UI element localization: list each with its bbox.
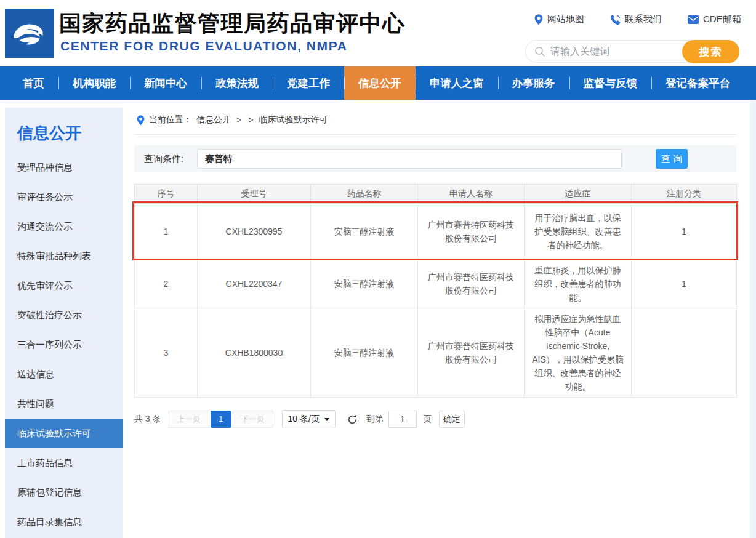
goto-page-label: 到第 xyxy=(366,414,384,425)
right-background-strip xyxy=(750,100,756,538)
next-page-button[interactable]: 下一页 xyxy=(233,411,273,428)
cell-drug-name: 安脑三醇注射液 xyxy=(311,260,418,308)
chevron-down-icon xyxy=(324,418,329,421)
sitemap-link[interactable]: 网站地图 xyxy=(534,14,584,25)
nav-item-home[interactable]: 首页 xyxy=(9,66,58,100)
column-header-indication: 适应症 xyxy=(525,185,632,204)
breadcrumb-section[interactable]: 信息公开 xyxy=(196,114,231,126)
confirm-button[interactable]: 确定 xyxy=(439,411,465,428)
cell-acceptance-no: CXHL2300995 xyxy=(198,204,311,260)
cell-drug-name: 安脑三醇注射液 xyxy=(311,204,418,260)
sidebar-title: 信息公开 xyxy=(5,108,123,153)
phone-icon xyxy=(610,14,621,25)
cell-applicant: 广州市赛普特医药科技股份有限公司 xyxy=(418,260,525,308)
breadcrumb-current: 临床试验默示许可 xyxy=(259,114,328,126)
table-header-row: 序号 受理号 药品名称 申请人名称 适应症 注册分类 xyxy=(135,185,737,204)
cell-registration-class: 1 xyxy=(632,204,737,260)
breadcrumb-prefix: 当前位置： xyxy=(149,114,192,126)
site-header: 国家药品监督管理局药品审评中心 CENTER FOR DRUG EVALUATI… xyxy=(0,0,756,66)
page-size-value: 10 条/页 xyxy=(288,414,320,425)
cell-indication: 重症肺炎，用以保护肺组织，改善患者的肺功能。 xyxy=(525,260,632,308)
cell-indication: 拟用适应症为急性缺血性脑卒中（Acute Ischemic Stroke, AI… xyxy=(525,308,632,398)
nav-item-applicant-window[interactable]: 申请人之窗 xyxy=(416,66,498,100)
contact-us-link[interactable]: 联系我们 xyxy=(610,14,662,25)
header-quick-links: 网站地图 联系我们 CDE邮箱 xyxy=(534,14,741,25)
nav-item-party-building[interactable]: 党建工作 xyxy=(273,66,344,100)
goto-page-input[interactable] xyxy=(388,411,417,428)
breadcrumb-separator: > xyxy=(248,115,253,125)
refresh-button[interactable] xyxy=(347,414,358,425)
sidebar-item-communication[interactable]: 沟通交流公示 xyxy=(5,212,123,241)
sidebar-item-priority-review[interactable]: 优先审评公示 xyxy=(5,271,123,300)
contact-us-link-label: 联系我们 xyxy=(625,14,662,25)
nav-item-functions[interactable]: 机构职能 xyxy=(58,66,130,100)
refresh-icon xyxy=(347,414,358,425)
cell-seq: 2 xyxy=(135,260,198,308)
sidebar-item-special-approval-list[interactable]: 特殊审批品种列表 xyxy=(5,241,123,271)
site-search-button[interactable]: 搜索 xyxy=(682,40,739,63)
results-table-wrapper: 序号 受理号 药品名称 申请人名称 适应症 注册分类 1 CXHL2300995… xyxy=(134,184,736,398)
column-header-applicant: 申请人名称 xyxy=(418,185,525,204)
previous-page-button[interactable]: 上一页 xyxy=(169,411,209,428)
nav-item-services[interactable]: 办事服务 xyxy=(498,66,569,100)
query-button[interactable]: 查 询 xyxy=(656,149,688,169)
sidebar-item-three-in-one-sequence[interactable]: 三合一序列公示 xyxy=(5,330,123,359)
swan-logo-icon xyxy=(5,9,54,58)
cell-seq: 1 xyxy=(135,204,198,260)
page-number-button[interactable]: 1 xyxy=(211,411,231,428)
query-condition-input[interactable] xyxy=(197,149,622,169)
cell-acceptance-no: CXHB1800030 xyxy=(198,308,311,398)
breadcrumb-pin-icon xyxy=(137,115,145,126)
table-row: 3 CXHB1800030 安脑三醇注射液 广州市赛普特医药科技股份有限公司 拟… xyxy=(135,308,737,398)
table-row: 1 CXHL2300995 安脑三醇注射液 广州市赛普特医药科技股份有限公司 用… xyxy=(135,204,737,260)
site-search-bar: 搜索 xyxy=(525,40,739,63)
sidebar-item-breakthrough-therapy[interactable]: 突破性治疗公示 xyxy=(5,300,123,330)
query-bar: 查询条件: 查 询 xyxy=(134,145,736,172)
column-header-drug-name: 药品名称 xyxy=(311,185,418,204)
sidebar-item-accepted-varieties[interactable]: 受理品种信息 xyxy=(5,153,123,182)
site-title-chinese: 国家药品监督管理局药品审评中心 xyxy=(59,9,406,39)
column-header-acceptance-no: 受理号 xyxy=(198,185,311,204)
breadcrumb: 当前位置：信息公开 > > 临床试验默示许可 xyxy=(134,111,736,135)
cell-registration-class xyxy=(632,308,737,398)
column-header-registration-class: 注册分类 xyxy=(632,185,737,204)
cell-seq: 3 xyxy=(135,308,198,398)
pagination-total: 共 3 条 xyxy=(134,414,161,425)
sidebar-item-clinical-trial-implied-license[interactable]: 临床试验默示许可 xyxy=(5,419,123,448)
nav-item-policies[interactable]: 政策法规 xyxy=(201,66,273,100)
sidebar-information-disclosure: 信息公开 受理品种信息 审评任务公示 沟通交流公示 特殊审批品种列表 优先审评公… xyxy=(5,108,123,538)
cde-mail-link-label: CDE邮箱 xyxy=(703,14,741,25)
results-table: 序号 受理号 药品名称 申请人名称 适应症 注册分类 1 CXHL2300995… xyxy=(134,184,737,398)
cell-registration-class: 1 xyxy=(632,260,737,308)
nav-item-information-disclosure[interactable]: 信息公开 xyxy=(344,66,416,100)
nav-item-registration-platform[interactable]: 登记备案平台 xyxy=(651,66,744,100)
cell-applicant: 广州市赛普特医药科技股份有限公司 xyxy=(418,204,525,260)
cell-applicant: 广州市赛普特医药科技股份有限公司 xyxy=(418,308,525,398)
page-size-select[interactable]: 10 条/页 xyxy=(282,410,336,428)
sidebar-item-common-issues[interactable]: 共性问题 xyxy=(5,389,123,419)
site-title-english: CENTER FOR DRUG EVALUATION, NMPA xyxy=(60,39,348,54)
cde-mail-link[interactable]: CDE邮箱 xyxy=(688,14,741,25)
sidebar-item-excipient-registration[interactable]: 原辅包登记信息 xyxy=(5,478,123,507)
sidebar-item-drug-catalog[interactable]: 药品目录集信息 xyxy=(5,507,123,537)
nav-item-news[interactable]: 新闻中心 xyxy=(130,66,201,100)
breadcrumb-separator: > xyxy=(236,115,241,125)
search-icon xyxy=(534,46,545,57)
sidebar-item-delivery-info[interactable]: 送达信息 xyxy=(5,359,123,389)
location-pin-icon xyxy=(534,14,543,25)
cell-acceptance-no: CXHL2200347 xyxy=(198,260,311,308)
sidebar-item-marketed-drugs[interactable]: 上市药品信息 xyxy=(5,448,123,478)
sitemap-link-label: 网站地图 xyxy=(547,14,584,25)
page-unit-label: 页 xyxy=(423,414,432,425)
envelope-icon xyxy=(688,15,699,24)
cell-drug-name: 安脑三醇注射液 xyxy=(311,308,418,398)
cde-logo[interactable] xyxy=(5,9,54,58)
main-navigation: 首页 机构职能 新闻中心 政策法规 党建工作 信息公开 申请人之窗 办事服务 监… xyxy=(0,66,756,100)
sidebar-item-review-tasks[interactable]: 审评任务公示 xyxy=(5,182,123,212)
nav-item-supervision-feedback[interactable]: 监督与反馈 xyxy=(569,66,652,100)
column-header-seq: 序号 xyxy=(135,185,198,204)
table-row: 2 CXHL2200347 安脑三醇注射液 广州市赛普特医药科技股份有限公司 重… xyxy=(135,260,737,308)
query-condition-label: 查询条件: xyxy=(144,145,183,172)
cell-indication: 用于治疗脑出血，以保护受累脑组织、改善患者的神经功能。 xyxy=(525,204,632,260)
pagination-bar: 共 3 条 上一页 1 下一页 10 条/页 到第 页 确定 xyxy=(134,410,736,428)
